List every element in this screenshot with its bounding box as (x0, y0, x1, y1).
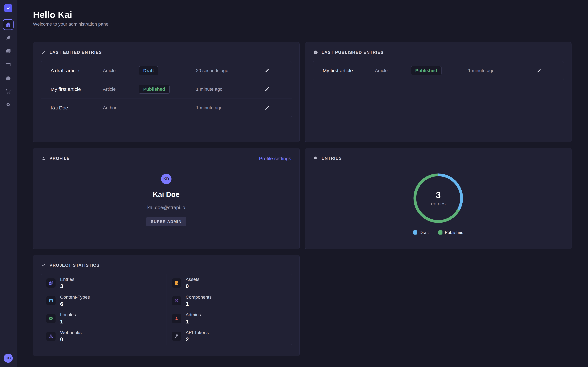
stat-value: 0 (60, 336, 82, 342)
edit-entry-button[interactable] (265, 68, 292, 73)
page-title: Hello Kai (33, 9, 571, 20)
status-badge: Published (139, 85, 170, 94)
edit-entry-button[interactable] (265, 105, 292, 110)
entry-time: 1 minute ago (196, 105, 265, 110)
profile-body: KD Kai Doe kai.doe@strapi.io SUPER ADMIN (33, 174, 299, 226)
donut-chart: 3 entries (411, 171, 465, 225)
entry-name: A draft article (51, 68, 103, 73)
globe-icon (46, 314, 56, 323)
role-badge: SUPER ADMIN (146, 217, 186, 226)
strapi-logo-icon[interactable] (4, 4, 12, 12)
stat-locales: Locales 1 (41, 309, 166, 327)
sidebar-item-deploy[interactable] (5, 75, 11, 81)
check-circle-icon (313, 50, 318, 55)
legend-label: Published (445, 230, 463, 235)
card-header: PROFILE Profile settings (33, 148, 299, 167)
layout-icon (5, 61, 11, 68)
sidebar-item-marketplace[interactable] (5, 88, 11, 95)
entry-type: Author (103, 105, 139, 110)
last-published-table: My first article Article Published 1 min… (313, 61, 564, 80)
puzzle-icon (313, 156, 318, 160)
edit-entry-button[interactable] (537, 68, 564, 73)
last-edited-table: A draft article Article Draft 20 seconds… (41, 61, 292, 117)
entry-type: Article (103, 87, 139, 92)
last-edited-entries-card: LAST EDITED ENTRIES A draft article Arti… (33, 42, 300, 142)
card-title: PROFILE (50, 156, 70, 161)
project-statistics-card: PROJECT STATISTICS Entries 3 (33, 255, 300, 356)
entry-name: My first article (51, 86, 103, 92)
legend-item-published: Published (438, 230, 463, 235)
strapi-logo-glyph (6, 6, 10, 10)
chart-legend: Draft Published (413, 230, 464, 235)
sidebar-item-content-manager[interactable] (5, 34, 11, 41)
stat-value: 0 (186, 283, 199, 289)
stat-value: 2 (186, 336, 209, 342)
user-icon (41, 156, 46, 161)
card-header: PROJECT STATISTICS (33, 255, 299, 273)
table-row: Kai Doe Author - 1 minute ago (41, 99, 292, 117)
entries-card: ENTRIES 3 entries (305, 148, 572, 249)
key-icon (172, 332, 181, 341)
legend-label: Draft (420, 230, 429, 235)
stat-assets: Assets 0 (166, 274, 292, 292)
card-title: LAST PUBLISHED ENTRIES (322, 50, 384, 55)
hub-icon (46, 332, 56, 341)
sidebar-nav (3, 19, 14, 108)
avatar: KD (161, 174, 172, 184)
window-icon (46, 296, 56, 305)
stats-table: Entries 3 Assets 0 (41, 274, 292, 345)
images-icon (5, 48, 11, 54)
entry-name: My first article (323, 68, 375, 73)
nodes-icon (172, 296, 181, 305)
stat-value: 1 (60, 318, 76, 325)
user-avatar[interactable]: KD (4, 354, 13, 363)
dashboard-grid: LAST EDITED ENTRIES A draft article Arti… (33, 42, 571, 356)
logo-area (0, 0, 16, 16)
stat-webhooks: Webhooks 0 (41, 327, 166, 345)
entry-time: 1 minute ago (196, 87, 265, 92)
stat-components: Components 1 (166, 292, 292, 309)
status-badge: Draft (139, 66, 158, 75)
status-empty: - (139, 105, 196, 110)
pencil-icon (265, 68, 269, 73)
page-subtitle: Welcome to your administration panel (33, 21, 571, 27)
stat-admins: Admins 1 (166, 309, 292, 327)
table-row: My first article Article Published 1 min… (41, 80, 292, 99)
donut-center: 3 entries (411, 171, 465, 225)
card-header: LAST EDITED ENTRIES (33, 42, 299, 60)
stat-value: 1 (186, 318, 201, 325)
empty-slot (305, 255, 572, 356)
edit-entry-button[interactable] (265, 87, 292, 92)
entry-time: 20 seconds ago (196, 68, 265, 73)
stat-label: Components (186, 295, 212, 300)
stat-label: Webhooks (60, 330, 82, 335)
sidebar-item-home[interactable] (3, 19, 14, 30)
sidebar-nav-list (5, 34, 11, 108)
pencil-icon (265, 105, 269, 110)
pencil-icon (265, 87, 269, 92)
card-title: LAST EDITED ENTRIES (50, 50, 102, 55)
entries-count: 3 (436, 190, 441, 200)
main-content: Hello Kai Welcome to your administration… (17, 0, 588, 367)
gear-icon (5, 102, 11, 108)
stat-label: API Tokens (186, 330, 209, 335)
sidebar-footer: KD (0, 350, 16, 367)
stat-label: Admins (186, 312, 201, 317)
stat-value: 1 (186, 301, 212, 307)
sidebar-item-content-type-builder[interactable] (5, 61, 11, 68)
profile-settings-link[interactable]: Profile settings (259, 156, 291, 161)
card-title: ENTRIES (322, 156, 342, 161)
entries-chart: 3 entries Draft Published (305, 171, 571, 235)
documents-icon (46, 278, 56, 288)
card-title: PROJECT STATISTICS (50, 263, 100, 268)
entry-type: Article (375, 68, 411, 73)
profile-card: PROFILE Profile settings KD Kai Doe kai.… (33, 148, 300, 249)
cloud-icon (5, 75, 11, 81)
sidebar-item-media-library[interactable] (5, 48, 11, 54)
entries-unit: entries (431, 201, 446, 207)
stat-api-tokens: API Tokens 2 (166, 327, 292, 345)
last-published-entries-card: LAST PUBLISHED ENTRIES My first article … (305, 42, 572, 142)
sidebar-item-settings[interactable] (5, 101, 11, 108)
stat-entries: Entries 3 (41, 274, 166, 292)
entry-name: Kai Doe (51, 105, 103, 111)
